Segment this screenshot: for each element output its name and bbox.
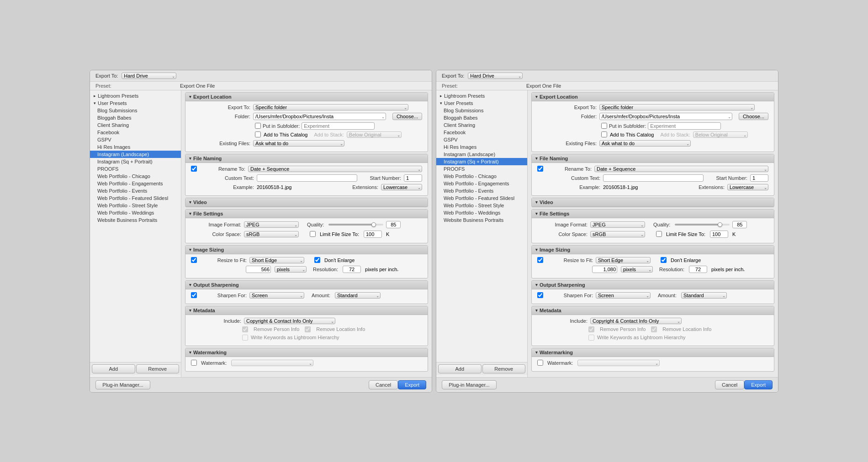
dont-enlarge-checkbox[interactable]	[314, 257, 320, 263]
subfolder-checkbox[interactable]	[255, 123, 261, 129]
sharpen-for-select[interactable]: Screen	[249, 292, 304, 299]
sidebar-item[interactable]: Web Portfolio - Engagements	[436, 180, 527, 187]
sharpen-checkbox[interactable]	[191, 292, 197, 298]
quality-slider[interactable]	[675, 224, 730, 226]
sidebar-item[interactable]: Facebook	[436, 129, 527, 136]
add-preset-button[interactable]: Add	[92, 364, 135, 373]
sidebar-item[interactable]: Web Portfolio - Chicago	[90, 173, 181, 180]
sidebar-item[interactable]: Website Business Portraits	[436, 216, 527, 224]
rename-checkbox[interactable]	[537, 166, 543, 172]
file-naming-header[interactable]: File Naming	[185, 154, 428, 163]
dont-enlarge-checkbox[interactable]	[661, 257, 667, 263]
sharpen-for-select[interactable]: Screen	[596, 292, 651, 299]
format-select[interactable]: JPEG	[590, 221, 645, 228]
pixels-unit-select[interactable]: pixels	[621, 266, 653, 273]
resolution-input[interactable]	[343, 266, 361, 273]
color-space-select[interactable]: sRGB	[244, 231, 299, 237]
export-location-header[interactable]: Export Location	[185, 93, 428, 101]
include-select[interactable]: Copyright & Contact Info Only	[244, 318, 335, 324]
resolution-input[interactable]	[689, 266, 707, 273]
below-original-select[interactable]: Below Original	[347, 131, 402, 138]
remove-person-checkbox[interactable]	[588, 326, 594, 332]
sidebar-item[interactable]: Web Portfolio - Street Style	[436, 202, 527, 209]
choose-button[interactable]: Choose...	[739, 113, 768, 120]
sidebar-item[interactable]: Web Portfolio - Weddings	[436, 209, 527, 216]
quality-slider[interactable]	[328, 224, 383, 226]
watermark-select[interactable]	[577, 360, 660, 366]
write-keywords-checkbox[interactable]	[588, 335, 594, 341]
sidebar-item[interactable]: Web Portfolio - Events	[90, 187, 181, 194]
metadata-header[interactable]: Metadata	[185, 306, 428, 315]
export-button[interactable]: Export	[398, 380, 426, 389]
sidebar-group-header-0[interactable]: Lightroom Presets	[436, 92, 527, 100]
export-to-select[interactable]: Hard Drive	[468, 73, 523, 79]
file-settings-header[interactable]: File Settings	[532, 210, 774, 218]
sidebar-item[interactable]: Web Portfolio - Featured Slidesl	[90, 194, 181, 202]
amount-select[interactable]: Standard	[681, 292, 727, 299]
quality-input[interactable]	[386, 221, 401, 228]
file-naming-header[interactable]: File Naming	[532, 154, 774, 163]
file-settings-header[interactable]: File Settings	[185, 210, 428, 218]
remove-location-checkbox[interactable]	[651, 326, 657, 332]
watermarking-header[interactable]: Watermarking	[532, 348, 774, 357]
limit-size-checkbox[interactable]	[310, 231, 316, 237]
export-to-select[interactable]: Hard Drive	[122, 73, 176, 79]
add-catalog-checkbox[interactable]	[601, 131, 607, 137]
subfolder-input[interactable]	[648, 122, 721, 130]
quality-input[interactable]	[732, 221, 747, 228]
sidebar-item[interactable]: Instagram (Sq + Portrait)	[436, 158, 527, 165]
sidebar-item[interactable]: Blog Submissions	[90, 107, 181, 114]
pixels-input[interactable]	[246, 266, 271, 273]
remove-preset-button[interactable]: Remove	[482, 364, 526, 373]
extensions-select[interactable]: Lowercase	[381, 184, 422, 190]
sidebar-item[interactable]: Web Portfolio - Featured Slidesl	[436, 194, 527, 202]
subfolder-checkbox[interactable]	[601, 123, 607, 129]
folder-path-input[interactable]	[253, 113, 386, 120]
limit-size-input[interactable]	[364, 231, 382, 238]
start-number-input[interactable]	[404, 174, 422, 182]
specific-folder-select[interactable]: Specific folder	[599, 104, 755, 110]
sidebar-group-header-1[interactable]: User Presets	[90, 100, 181, 107]
watermarking-header[interactable]: Watermarking	[185, 348, 428, 357]
sidebar-item[interactable]: Facebook	[90, 129, 181, 136]
sidebar-item[interactable]: Website Business Portraits	[90, 216, 181, 224]
remove-location-checkbox[interactable]	[305, 326, 311, 332]
sidebar-item[interactable]: Web Portfolio - Engagements	[90, 180, 181, 187]
existing-files-select[interactable]: Ask what to do	[253, 140, 344, 147]
plugin-manager-button[interactable]: Plug-in Manager...	[442, 380, 497, 389]
sidebar-item[interactable]: Instagram (Landscape)	[90, 151, 181, 158]
sidebar-item[interactable]: PROOFS	[436, 165, 527, 173]
watermark-checkbox[interactable]	[537, 360, 543, 366]
metadata-header[interactable]: Metadata	[532, 306, 774, 315]
existing-files-select[interactable]: Ask what to do	[599, 140, 691, 147]
remove-person-checkbox[interactable]	[242, 326, 248, 332]
watermark-checkbox[interactable]	[191, 360, 197, 366]
sidebar-item[interactable]: Instagram (Landscape)	[436, 151, 527, 158]
remove-preset-button[interactable]: Remove	[136, 364, 180, 373]
export-location-header[interactable]: Export Location	[532, 93, 774, 101]
resize-to-select[interactable]: Short Edge	[596, 257, 651, 263]
sidebar-item[interactable]: Web Portfolio - Chicago	[436, 173, 527, 180]
sidebar-item[interactable]: Client Sharing	[90, 121, 181, 129]
write-keywords-checkbox[interactable]	[242, 335, 248, 341]
sidebar-item[interactable]: Web Portfolio - Weddings	[90, 209, 181, 216]
rename-to-select[interactable]: Date + Sequence	[248, 166, 422, 172]
sidebar-item[interactable]: Bloggah Babes	[436, 114, 527, 121]
subfolder-input[interactable]	[302, 122, 375, 130]
add-preset-button[interactable]: Add	[438, 364, 482, 373]
sidebar-item[interactable]: Client Sharing	[436, 121, 527, 129]
sidebar-item[interactable]: Web Portfolio - Events	[436, 187, 527, 194]
sidebar-item[interactable]: PROOFS	[90, 165, 181, 173]
include-select[interactable]: Copyright & Contact Info Only	[590, 318, 682, 324]
image-sizing-header[interactable]: Image Sizing	[532, 246, 774, 254]
sidebar-item[interactable]: Hi Res Images	[436, 143, 527, 151]
below-original-select[interactable]: Below Original	[693, 131, 748, 138]
sharpen-checkbox[interactable]	[537, 292, 543, 298]
video-header[interactable]: Video	[185, 198, 428, 207]
specific-folder-select[interactable]: Specific folder	[253, 104, 408, 110]
rename-checkbox[interactable]	[191, 166, 197, 172]
sidebar-item[interactable]: Blog Submissions	[436, 107, 527, 114]
folder-path-input[interactable]	[599, 113, 732, 120]
extensions-select[interactable]: Lowercase	[727, 184, 768, 190]
sidebar-item[interactable]: Bloggah Babes	[90, 114, 181, 121]
